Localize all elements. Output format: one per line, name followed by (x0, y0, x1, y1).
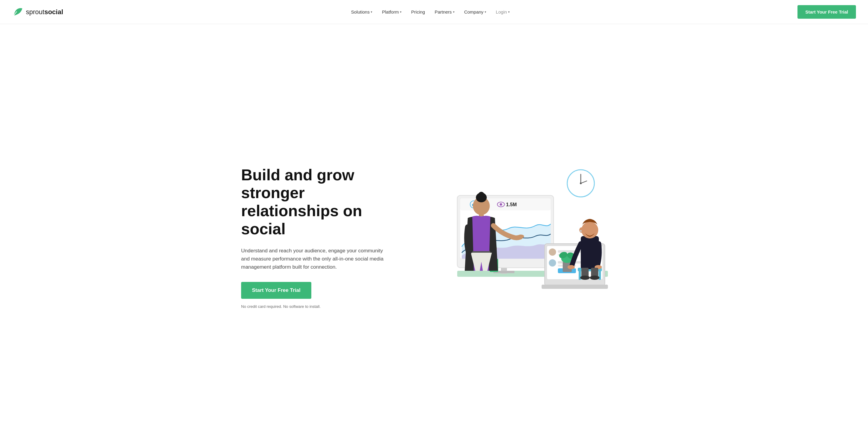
chevron-down-icon: ▾ (485, 10, 486, 13)
avatar1 (549, 248, 556, 256)
chevron-down-icon: ▾ (453, 10, 455, 13)
leaf-icon (12, 7, 23, 18)
nav-cta-button[interactable]: Start Your Free Trial (798, 5, 856, 19)
hero: Build and grow stronger relationships on… (217, 24, 651, 439)
nav-pricing[interactable]: Pricing (411, 9, 425, 14)
stat2-value: 1.5M (506, 202, 517, 207)
hero-left: Build and grow stronger relationships on… (241, 166, 398, 309)
person2-hand-left (567, 265, 575, 269)
hero-disclaimer: No credit card required. No software to … (241, 304, 321, 309)
hero-subtext: Understand and reach your audience, enga… (241, 246, 386, 271)
eye-pupil (500, 203, 502, 206)
person2-leg-right (591, 268, 598, 277)
nav-links: Solutions ▾ Platform ▾ Pricing Partners … (351, 9, 510, 14)
hero-cta-button[interactable]: Start Your Free Trial (241, 282, 311, 299)
nav-login[interactable]: Login ▾ (496, 9, 510, 14)
chevron-down-icon: ▾ (400, 10, 401, 13)
nav-company[interactable]: Company ▾ (464, 9, 486, 14)
chevron-down-icon: ▾ (508, 10, 510, 13)
person2-leg-left (581, 268, 589, 277)
nav-solutions[interactable]: Solutions ▾ (351, 9, 373, 14)
avatar2 (549, 259, 556, 266)
hero-section: Build and grow stronger relationships on… (217, 24, 651, 439)
hero-heading: Build and grow stronger relationships on… (241, 166, 398, 238)
laptop-keyboard (541, 285, 608, 289)
hero-illustration: 298 1.5M (426, 159, 627, 316)
nav-partners[interactable]: Partners ▾ (435, 9, 455, 14)
logo[interactable]: sproutsocial (12, 7, 63, 18)
illustration-svg: 298 1.5M (433, 159, 620, 316)
brand-part1: sprout (26, 8, 44, 16)
nav-platform[interactable]: Platform ▾ (382, 9, 401, 14)
person2-shoe-right (590, 275, 599, 280)
person1-hand (518, 235, 524, 238)
chevron-down-icon: ▾ (371, 10, 372, 13)
person2-ear (579, 227, 584, 233)
person2-arm-right (597, 244, 599, 266)
brand-part2: social (44, 8, 63, 16)
person2-earbud (580, 230, 582, 232)
person1-bun (478, 192, 484, 198)
person2-shoe-left (580, 275, 590, 280)
navbar: sproutsocial Solutions ▾ Platform ▾ Pric… (0, 0, 868, 24)
clock-center (580, 182, 582, 184)
person1-arm-left (467, 227, 469, 253)
